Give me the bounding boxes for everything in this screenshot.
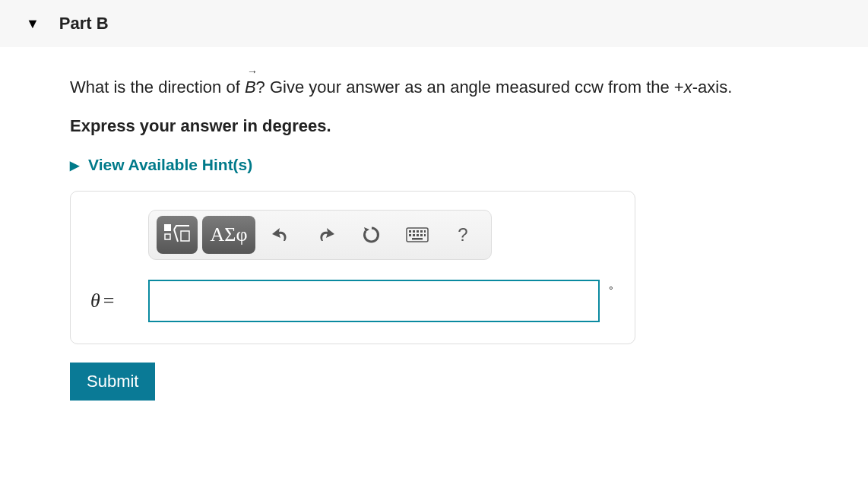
vector-letter: B [245, 78, 256, 97]
question-suffix: ? Give your answer as an angle measured … [256, 78, 674, 97]
help-label: ? [458, 224, 467, 245]
help-button[interactable]: ? [442, 216, 483, 254]
svg-rect-6 [417, 230, 419, 233]
equals-sign: = [103, 290, 115, 312]
svg-rect-13 [424, 234, 426, 236]
part-header[interactable]: ▼ Part B [0, 0, 868, 47]
svg-rect-7 [420, 230, 423, 233]
svg-rect-5 [413, 230, 415, 233]
submit-button[interactable]: Submit [70, 363, 155, 401]
plus-x-axis: +x [674, 78, 692, 97]
axis-suffix: -axis. [692, 78, 733, 97]
svg-rect-8 [424, 230, 426, 233]
answer-input[interactable] [148, 280, 600, 322]
svg-rect-2 [181, 231, 189, 241]
axis-letter: x [684, 78, 692, 97]
content-area: What is the direction of → B ? Give your… [0, 47, 836, 431]
redo-button[interactable] [306, 216, 347, 254]
reset-icon [362, 225, 382, 245]
answer-box: ΑΣφ [70, 191, 635, 344]
instruction-text: Express your answer in degrees. [70, 116, 836, 136]
svg-rect-4 [409, 230, 411, 233]
theta-symbol: θ [90, 290, 100, 312]
question-text: What is the direction of → B ? Give your… [70, 74, 836, 100]
plus-sign: + [674, 78, 684, 97]
svg-rect-11 [417, 234, 419, 236]
equation-toolbar: ΑΣφ [148, 210, 492, 260]
vector-B: → B [245, 74, 256, 100]
svg-rect-9 [409, 234, 411, 236]
question-prefix: What is the direction of [70, 78, 245, 97]
unit-degree: ° [609, 284, 613, 296]
part-title: Part B [59, 14, 109, 33]
answer-variable-label: θ= [89, 290, 138, 312]
keyboard-button[interactable] [397, 216, 438, 254]
svg-rect-14 [412, 238, 423, 240]
svg-rect-10 [413, 234, 415, 236]
svg-rect-12 [420, 234, 423, 236]
collapse-triangle-icon: ▼ [26, 16, 40, 32]
view-hints-toggle[interactable]: ▶ View Available Hint(s) [70, 156, 836, 174]
symbols-label: ΑΣφ [211, 223, 248, 246]
vector-arrow-icon: → [247, 64, 258, 80]
reset-button[interactable] [351, 216, 392, 254]
keyboard-icon [406, 227, 429, 242]
hints-label: View Available Hint(s) [88, 156, 252, 174]
svg-rect-0 [164, 224, 171, 231]
answer-input-row: θ= ° [89, 280, 616, 322]
expand-triangle-icon: ▶ [70, 158, 79, 173]
svg-rect-1 [165, 234, 170, 239]
undo-icon [270, 226, 291, 244]
templates-icon [163, 223, 191, 246]
undo-button[interactable] [260, 216, 301, 254]
redo-icon [315, 226, 337, 244]
templates-button[interactable] [157, 216, 198, 254]
symbols-button[interactable]: ΑΣφ [202, 216, 255, 254]
